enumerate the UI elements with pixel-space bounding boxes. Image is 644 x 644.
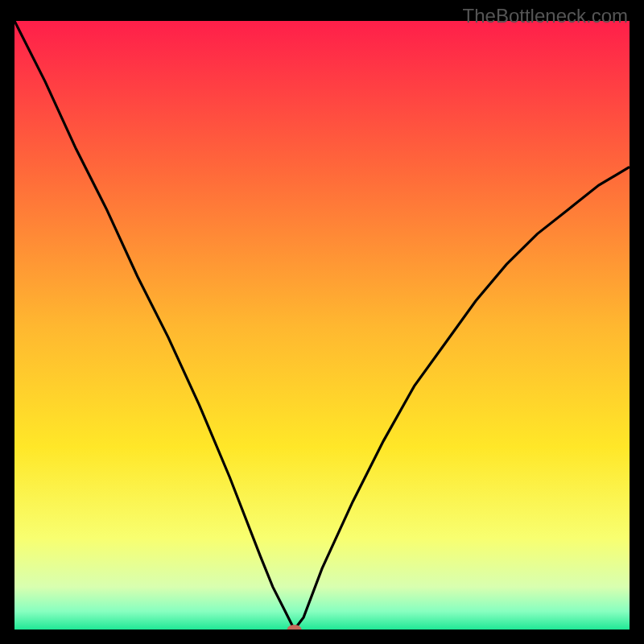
chart-plot-area	[14, 21, 630, 630]
chart-background	[14, 21, 630, 630]
chart-svg	[14, 21, 630, 630]
watermark-text: TheBottleneck.com	[463, 5, 628, 27]
